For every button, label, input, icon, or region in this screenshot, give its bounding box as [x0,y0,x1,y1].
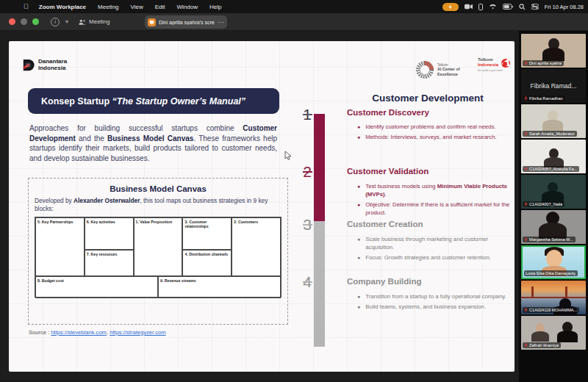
participant-tile-margaretha[interactable]: Margaretha Selvina W... [521,210,586,244]
bmc-cell-key-activities: 6. Key activities [85,217,134,250]
zoom-window-toolbar: i ▾ Meeting Dini aprilia syahra's screen… [0,13,588,31]
slide-title: Konsep Startup [41,96,112,107]
minimize-window-button[interactable] [21,18,27,25]
menubar-clock[interactable]: Fri 10 Apr 08.28 [545,4,584,10]
bolt-icon [448,4,453,10]
muted-mic-icon [524,96,528,101]
participant-tile-mohamma[interactable]: C1A024119 MOHAMMA... [521,281,586,314]
danantara-logo-icon [22,59,35,72]
menubar-app-name[interactable]: Zoom Workplace [39,4,86,10]
timeline-tick-2 [303,171,312,173]
muted-mic-icon [524,308,528,312]
telkom-logo-icon [500,57,512,68]
menu-edit[interactable]: Edit [155,4,165,10]
battery-icon[interactable] [503,4,513,10]
section-customer-discovery-title: Customer Discovery [347,108,429,117]
participant-tile-naila[interactable]: C1A024007_Naila [521,175,586,209]
zoom-meeting-window:  Zoom Workplace Meeting View Edit Windo… [0,0,588,382]
section-customer-creation-title: Customer Creation [347,220,423,228]
close-window-button[interactable] [9,18,15,25]
source-link-steveblank[interactable]: https://steveblank.com [51,329,107,336]
section-customer-discovery-bullets: ●Identify customer problems and confirm … [357,123,510,144]
coe-swirl-icon [415,60,434,79]
bmc-title: Business Model Canvas [35,184,282,193]
bmc-cell-customer-relationships: 3. Customer relationships [182,217,232,250]
coe-line2: Excellence [437,72,458,76]
participant-name: C1A024119 MOHAMMA... [529,308,577,312]
participant-tile-zafirah[interactable]: Zafirah Ikramiya [521,316,586,350]
camera-menubar-icon[interactable] [465,4,473,10]
bmc-description: Developed by Alexander Osterwalder, this… [35,197,282,213]
telkom-line1: Telkom [478,57,493,62]
screen-share-icon [148,18,156,26]
source-link-strategyzer[interactable]: https://strategyzer.com [110,329,165,336]
participant-tile-lusia-active-speaker[interactable]: Lusia Elsa Dika Damayanty [521,245,586,279]
participant-name: Sarah Amalia_Moderator [529,131,575,136]
participant-tile-fibrika[interactable]: Fibrika Ramad... Fibrika Ramadhan [521,69,586,103]
participant-tile-ameylia[interactable]: C1A024057_Ameylia Fa... [521,140,586,173]
telkom-indonesia-logo: Telkom Indonesia the world in your hand [478,57,514,72]
participant-name: Fibrika Ramadhan [529,96,563,101]
menu-window[interactable]: Window [177,4,198,10]
section-customer-validation-title: Customer Validation [347,167,429,176]
participant-tile-dini[interactable]: Dini aprilia syahra [521,34,586,68]
menu-help[interactable]: Help [209,4,221,10]
muted-mic-icon [524,131,528,136]
chevron-down-icon[interactable]: ▾ [65,18,68,25]
tab-meeting[interactable]: Meeting [79,18,110,25]
participants-icon [79,19,86,25]
telkom-tagline: the world in your hand [478,69,514,72]
timeline-tick-4 [303,281,312,283]
tab-shared-screen-label: Dini aprilia syahra's screen [159,20,215,25]
wifi-icon[interactable] [489,4,497,10]
bmc-cell-distribution-channels: 4. Distribution channels [182,250,232,276]
bullet-item: ●Methods: Interviews, surveys, and marke… [357,134,510,142]
control-center-icon[interactable] [531,4,539,10]
meeting-info-icon[interactable]: i [51,18,60,26]
tab-meeting-label: Meeting [89,18,110,25]
muted-mic-icon [524,237,528,242]
section-company-building-title: Company Building [347,277,422,286]
participant-name: Dini aprilia syahra [529,61,562,65]
bmc-cell-key-resources: 7. Key resources [85,250,134,276]
participant-name: Lusia Elsa Dika Damayanty [526,271,576,275]
bullet-item: ●Scale business through marketing and cu… [357,236,510,252]
timeline-tick-1 [303,114,312,115]
menu-meeting[interactable]: Meeting [98,4,118,10]
section-customer-validation-bullets: ●Test business models using Minimum Viab… [357,183,510,220]
spotlight-search-icon[interactable] [519,4,526,10]
apple-menu-icon[interactable]:  [24,3,29,10]
fullscreen-window-button[interactable] [32,18,39,25]
participant-name: Margaretha Selvina W... [529,237,573,242]
business-model-canvas-box: Business Model Canvas Developed by Alexa… [28,178,288,325]
bullet-item: ●Test business models using Minimum Viab… [357,183,510,199]
section-company-building-bullets: ●Transition from a startup to a fully op… [357,293,510,314]
menu-view[interactable]: View [131,4,143,10]
bmc-cell-key-partnerships: 5. Key Partnerships [35,217,85,276]
slide-title-banner: Konsep Startup “The Startup Owner’s Manu… [28,88,279,114]
tab-options-icon[interactable]: ⋯ [218,19,224,26]
telkom-line2: Indonesia [478,62,498,67]
bmc-cell-customers: 2. Customers [232,217,281,276]
participant-name: Zafirah Ikramiya [529,343,559,347]
shared-screen-stage: Danantara Indonesia Telkom AI Center of … [0,31,519,382]
participant-name: C1A024057_Ameylia Fa... [529,167,577,171]
participant-tile-sarah[interactable]: Sarah Amalia_Moderator [521,104,586,138]
ai-center-of-excellence-logo: Telkom AI Center of Excellence [415,60,460,79]
mouse-cursor [284,151,292,164]
timeline-tick-3 [303,224,312,226]
bullet-item: ●Identify customer problems and confirm … [357,123,510,131]
coe-line1: AI Center of [437,67,460,71]
muted-mic-icon [524,61,528,65]
tab-shared-screen[interactable]: Dini aprilia syahra's screen ⋯ [145,15,227,29]
section-customer-creation-bullets: ●Scale business through marketing and cu… [357,236,510,264]
bullet-item: ●Transition from a startup to a fully op… [357,293,510,301]
brand-line2: Indonesia [38,65,67,72]
macos-menubar:  Zoom Workplace Meeting View Edit Windo… [0,0,588,13]
slide-title-italic: “The Startup Owner’s Manual” [112,96,246,107]
battery-status-pill[interactable] [442,3,459,11]
presentation-slide: Danantara Indonesia Telkom AI Center of … [9,41,514,372]
display-menubar-icon[interactable] [478,4,483,10]
participant-name: C1A024007_Naila [529,202,562,206]
muted-mic-icon [524,343,528,347]
